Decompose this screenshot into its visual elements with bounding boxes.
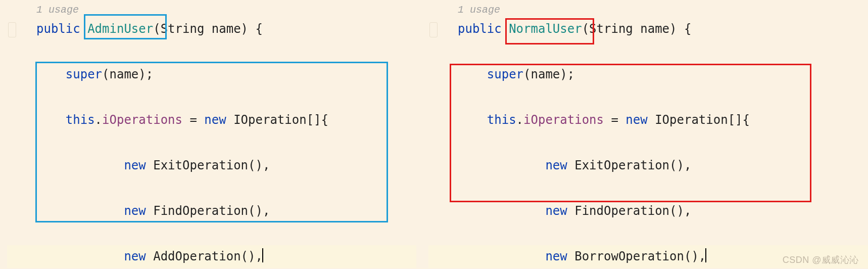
op-name: ExitOperation(), [146, 158, 270, 172]
keyword-public: public [36, 22, 80, 36]
gutter-hint-icon[interactable] [8, 22, 16, 37]
code-line[interactable]: public AdminUser(String name) { [7, 18, 416, 40]
sig-close: ) { [669, 22, 691, 36]
code-line[interactable]: this.iOperations = new IOperation[]{ [7, 109, 416, 131]
paren-open: ( [582, 22, 589, 36]
dot: . [95, 113, 102, 127]
keyword-new: new [124, 204, 146, 218]
op-name: ExitOperation(), [567, 158, 692, 172]
op-name: FindOperation(), [567, 204, 692, 218]
watermark-text: CSDN @威威沁沁 [783, 254, 859, 266]
code-line[interactable]: this.iOperations = new IOperation[]{ [428, 109, 868, 131]
field-name: iOperations [102, 113, 182, 127]
param-name: name [633, 22, 669, 36]
text-caret [262, 248, 263, 262]
keyword-public: public [458, 22, 502, 36]
code-line[interactable]: new ExitOperation(), [428, 154, 868, 177]
code-line[interactable]: new ExitOperation(), [7, 154, 416, 177]
class-name: AdminUser [87, 22, 153, 36]
keyword-new: new [204, 113, 226, 127]
usage-hint[interactable]: 1 usage [458, 4, 868, 16]
assign: = [182, 113, 204, 127]
op-name: AddOperation(), [146, 249, 263, 263]
keyword-this: this [66, 113, 95, 127]
paren-open: ( [153, 22, 160, 36]
keyword-new: new [545, 249, 567, 263]
assign: = [604, 113, 625, 127]
code-block-right[interactable]: public NormalUser(String name) { super(n… [428, 18, 868, 269]
param-type: String [161, 22, 205, 36]
code-pane-right[interactable]: 1 usage public NormalUser(String name) {… [428, 0, 868, 269]
editor-split: 1 usage public AdminUser(String name) { … [0, 0, 868, 269]
code-line[interactable]: new AddOperation(), [7, 245, 416, 268]
gutter-hint-icon[interactable] [429, 22, 438, 37]
param-name: name [204, 22, 240, 36]
super-call: (name); [523, 67, 574, 81]
text-caret [705, 248, 706, 262]
code-line[interactable]: public NormalUser(String name) { [428, 18, 868, 40]
dot: . [516, 113, 523, 127]
code-line[interactable]: new FindOperation(), [428, 200, 868, 222]
op-name: FindOperation(), [146, 204, 270, 218]
field-name: iOperations [523, 113, 604, 127]
keyword-super: super [66, 67, 102, 81]
param-type: String [589, 22, 633, 36]
code-line[interactable]: super(name); [7, 63, 416, 86]
code-line[interactable]: new FindOperation(), [7, 200, 416, 222]
code-line[interactable]: super(name); [428, 63, 868, 86]
code-block-left[interactable]: public AdminUser(String name) { super(na… [7, 18, 416, 269]
class-name: NormalUser [509, 22, 582, 36]
keyword-new: new [124, 249, 146, 263]
keyword-new: new [625, 113, 647, 127]
keyword-new: new [545, 158, 567, 172]
keyword-new: new [545, 204, 567, 218]
array-type: IOperation[]{ [226, 113, 328, 127]
code-pane-left[interactable]: 1 usage public AdminUser(String name) { … [7, 0, 416, 269]
keyword-super: super [487, 67, 523, 81]
usage-hint[interactable]: 1 usage [36, 4, 416, 16]
super-call: (name); [102, 67, 153, 81]
sig-close: ) { [241, 22, 263, 36]
op-name: BorrowOperation(), [567, 249, 706, 263]
pane-divider [416, 0, 418, 269]
array-type: IOperation[]{ [648, 113, 750, 127]
keyword-this: this [487, 113, 516, 127]
keyword-new: new [124, 158, 146, 172]
